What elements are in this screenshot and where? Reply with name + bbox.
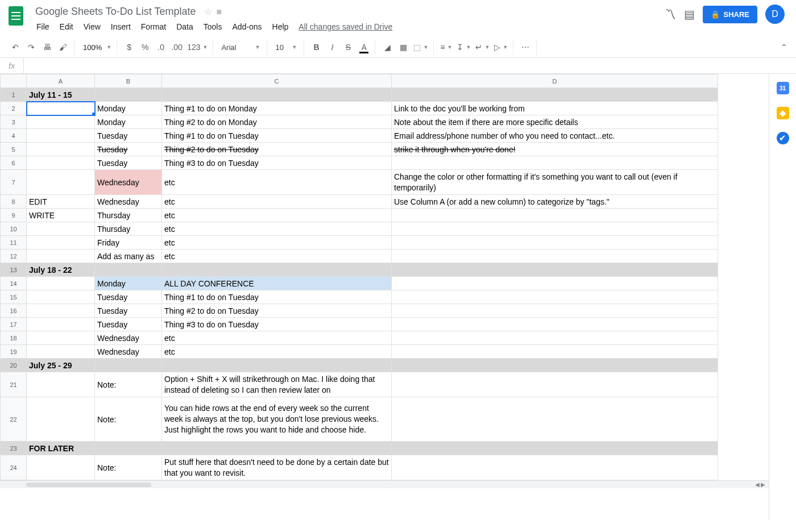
cell-C1[interactable] (162, 88, 392, 102)
cell-A9[interactable]: WRITE (27, 209, 95, 222)
cell-C6[interactable]: Thing #3 to do on Tuesday (162, 156, 392, 170)
text-wrap-button[interactable]: ↵▼ (474, 40, 491, 55)
cell-C11[interactable]: etc (162, 236, 392, 250)
cell-B24[interactable]: Note: (95, 455, 162, 480)
currency-button[interactable]: $ (122, 40, 136, 55)
cell-A20[interactable]: July 25 - 29 (27, 359, 95, 372)
cell-B3[interactable]: Monday (95, 115, 162, 129)
print-button[interactable]: 🖶 (40, 40, 55, 55)
column-header-A[interactable]: A (27, 74, 95, 88)
cell-B11[interactable]: Friday (95, 236, 162, 250)
cell-B21[interactable]: Note: (95, 372, 162, 397)
cell-B14[interactable]: Monday (95, 277, 162, 290)
document-title[interactable]: Google Sheets To-Do List Template (32, 5, 200, 19)
cell-C22[interactable]: You can hide rows at the end of every we… (162, 397, 392, 442)
cell-C13[interactable] (162, 263, 392, 277)
cell-C15[interactable]: Thing #1 to do on Tuesday (162, 290, 392, 304)
account-avatar[interactable]: D (765, 5, 785, 24)
cell-A21[interactable] (27, 372, 95, 397)
row-header[interactable]: 22 (1, 397, 27, 442)
collapse-toolbar-button[interactable]: ⌃ (777, 40, 791, 55)
cell-D3[interactable]: Note about the item if there are more sp… (392, 115, 718, 129)
cell-D23[interactable] (392, 442, 718, 455)
cell-B6[interactable]: Tuesday (95, 156, 162, 170)
cell-B1[interactable] (95, 88, 162, 102)
cell-B4[interactable]: Tuesday (95, 129, 162, 143)
cell-C14[interactable]: ALL DAY CONFERENCE (162, 277, 392, 290)
cell-B13[interactable] (95, 263, 162, 277)
cell-C23[interactable] (162, 442, 392, 455)
merge-cells-button[interactable]: ⬚▼ (412, 40, 430, 55)
font-size-select[interactable]: 10▼ (272, 40, 300, 55)
menu-edit[interactable]: Edit (55, 20, 78, 34)
cell-D19[interactable] (392, 345, 718, 359)
cell-A19[interactable] (27, 345, 95, 359)
row-header[interactable]: 6 (1, 156, 27, 170)
cell-D22[interactable] (392, 397, 718, 442)
vertical-align-button[interactable]: ↧▼ (455, 40, 472, 55)
explore-icon[interactable]: 〽 (665, 8, 676, 21)
cell-D6[interactable] (392, 156, 718, 170)
cell-B18[interactable]: Wednesday (95, 331, 162, 345)
row-header[interactable]: 3 (1, 115, 27, 129)
menu-data[interactable]: Data (172, 20, 198, 34)
menu-view[interactable]: View (79, 20, 105, 34)
cell-A10[interactable] (27, 222, 95, 236)
row-header[interactable]: 18 (1, 331, 27, 345)
column-header-D[interactable]: D (392, 74, 718, 88)
cell-D10[interactable] (392, 222, 718, 236)
cell-D4[interactable]: Email address/phone number of who you ne… (392, 129, 718, 143)
row-header[interactable]: 8 (1, 195, 27, 209)
formula-input[interactable] (24, 58, 796, 73)
cell-A12[interactable] (27, 250, 95, 263)
cell-D14[interactable] (392, 277, 718, 290)
cell-C19[interactable]: etc (162, 345, 392, 359)
row-header[interactable]: 24 (1, 455, 27, 480)
cell-D11[interactable] (392, 236, 718, 250)
row-header[interactable]: 21 (1, 372, 27, 397)
tasks-icon[interactable]: ✔ (777, 132, 789, 144)
cell-A5[interactable] (27, 143, 95, 156)
row-header[interactable]: 13 (1, 263, 27, 277)
cell-A6[interactable] (27, 156, 95, 170)
cell-B5[interactable]: Tuesday (95, 143, 162, 156)
cell-D12[interactable] (392, 250, 718, 263)
row-header[interactable]: 23 (1, 442, 27, 455)
row-header[interactable]: 7 (1, 170, 27, 195)
cell-C4[interactable]: Thing #1 to do on Tuesday (162, 129, 392, 143)
cell-C5[interactable]: Thing #2 to do on Tuesday (162, 143, 392, 156)
scroll-right-icon[interactable]: ▶ (761, 481, 765, 488)
cell-B10[interactable]: Thursday (95, 222, 162, 236)
row-header[interactable]: 19 (1, 345, 27, 359)
scroll-left-icon[interactable]: ◀ (755, 481, 760, 488)
row-header[interactable]: 17 (1, 318, 27, 331)
menu-add-ons[interactable]: Add-ons (227, 20, 266, 34)
cell-A24[interactable] (27, 455, 95, 480)
zoom-select[interactable]: 100%▼ (79, 40, 113, 55)
cell-D21[interactable] (392, 372, 718, 397)
more-button[interactable]: ⋯ (518, 40, 533, 55)
strikethrough-button[interactable]: S (341, 40, 355, 55)
cell-A23[interactable]: FOR LATER (27, 442, 95, 455)
cell-B9[interactable]: Thursday (95, 209, 162, 222)
row-header[interactable]: 4 (1, 129, 27, 143)
cell-A18[interactable] (27, 331, 95, 345)
cell-D13[interactable] (392, 263, 718, 277)
horizontal-scrollbar[interactable]: ◀▶ (0, 480, 769, 488)
cell-C20[interactable] (162, 359, 392, 372)
cell-D20[interactable] (392, 359, 718, 372)
cell-A22[interactable] (27, 397, 95, 442)
cell-D1[interactable] (392, 88, 718, 102)
cell-A17[interactable] (27, 318, 95, 331)
sheets-logo[interactable] (5, 5, 27, 27)
redo-button[interactable]: ↷ (24, 40, 39, 55)
menu-format[interactable]: Format (136, 20, 171, 34)
cell-B23[interactable] (95, 442, 162, 455)
share-button[interactable]: 🔒 SHARE (703, 6, 757, 23)
cell-A8[interactable]: EDIT (27, 195, 95, 209)
menu-help[interactable]: Help (268, 20, 293, 34)
row-header[interactable]: 5 (1, 143, 27, 156)
cell-D15[interactable] (392, 290, 718, 304)
cell-A2[interactable] (27, 102, 95, 115)
cell-B7[interactable]: Wednesday (95, 170, 162, 195)
